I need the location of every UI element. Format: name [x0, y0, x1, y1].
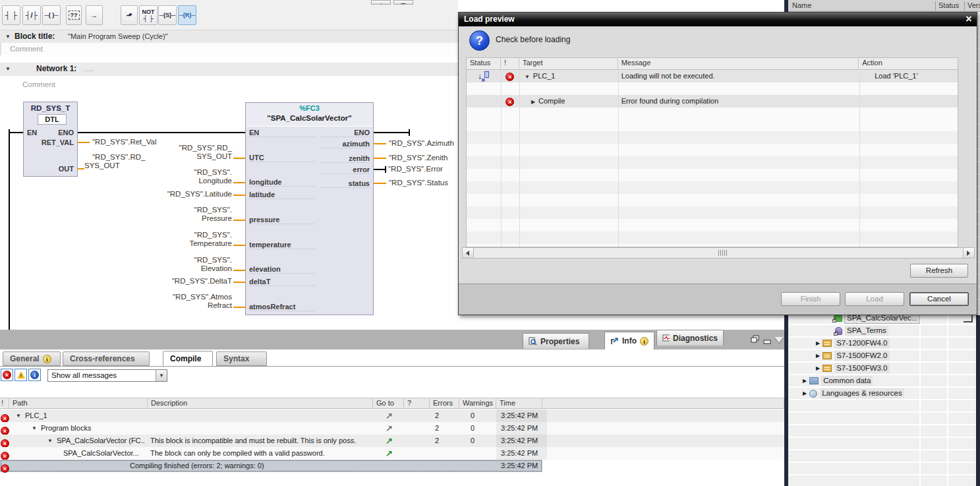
compile-row-program-blocks[interactable]: × ▼ Program blocks ↗ 2 0 3:25:42 PM [0, 422, 784, 435]
compile-row-finished[interactable]: × Compiling finished (errors: 2; warning… [0, 460, 784, 472]
pin-elevation[interactable]: elevation [249, 265, 315, 274]
network-comment-placeholder[interactable]: Comment [22, 80, 55, 88]
col-alert[interactable]: ! [0, 398, 9, 408]
col-name[interactable]: Name [792, 0, 811, 11]
compile-row-block-error[interactable]: × ▼ SPA_CalcSolarVector (FC.. This block… [0, 435, 784, 447]
network-header[interactable]: ▼ Network 1: ..... [0, 63, 458, 76]
col-action[interactable]: Action [859, 58, 958, 69]
operand-atmosrefract[interactable]: "RD_SYS".Atmos Refract [146, 293, 232, 310]
collapse-icon[interactable]: ▼ [5, 63, 11, 75]
filter-info-button[interactable]: i [28, 369, 41, 381]
subtab-cross-references[interactable]: Cross-references [63, 351, 150, 366]
expand-icon[interactable]: ▼ [32, 422, 37, 435]
tree-item-languages-resources[interactable]: ▶ Languages & resources [803, 388, 904, 399]
pin-status[interactable]: status [320, 179, 370, 188]
expand-icon[interactable]: ▼ [47, 435, 53, 447]
pin-atmosrefract[interactable]: atmosRefract [249, 303, 315, 311]
scrollbar-grip[interactable] [718, 250, 728, 256]
collapse-icon[interactable]: ▼ [5, 30, 11, 43]
subtab-syntax[interactable]: Syntax [216, 351, 267, 366]
expand-icon[interactable]: ▶ [816, 340, 820, 346]
pin-ret-val[interactable]: RET_VAL [42, 138, 74, 146]
pin-longitude[interactable]: longitude [249, 178, 315, 187]
col-question[interactable]: ? [404, 398, 430, 408]
operand-pressure[interactable]: "RD_SYS". Pressure [146, 206, 232, 223]
dropdown-arrow-icon[interactable]: ▾ [156, 370, 167, 381]
goto-arrow-icon[interactable]: ↗ [386, 410, 393, 422]
col-version[interactable]: Versi [967, 0, 980, 11]
operand-temperature[interactable]: "RD_SYS". Temperature [146, 231, 232, 248]
dialog-resize-grip[interactable] [964, 315, 973, 322]
pin-pressure[interactable]: pressure [249, 216, 315, 224]
refresh-button[interactable]: Refresh [910, 264, 968, 278]
operand-latitude[interactable]: "RD_SYS".Latitude [146, 190, 232, 198]
operand-out[interactable]: "RD_SYS".RD_ SYS_OUT [84, 153, 145, 170]
col-description[interactable]: Description [148, 398, 373, 408]
goto-arrow-icon[interactable]: ↗ [386, 447, 393, 460]
operand-error[interactable]: "RD_SYS".Error [388, 165, 443, 173]
pin-en[interactable]: EN [249, 129, 315, 137]
tree-item-s7-1500fw20[interactable]: ▶ S7-1500FW2.0 [816, 350, 890, 361]
goto-arrow-icon[interactable]: ↗ [386, 422, 393, 435]
set-coil-icon[interactable]: ─(S)─ [158, 5, 177, 25]
pin-eno[interactable]: ENO [58, 129, 74, 137]
filter-warnings-button[interactable]: ! [14, 369, 27, 381]
scroll-left-icon[interactable] [463, 248, 474, 258]
pin-deltat[interactable]: deltaT [249, 278, 315, 286]
col-goto[interactable]: Go to [373, 398, 404, 408]
empty-box-icon[interactable]: ?? [66, 5, 82, 25]
collapse-pane-icon[interactable] [774, 337, 784, 343]
col-message[interactable]: Message [618, 58, 859, 69]
pin-azimuth[interactable]: azimuth [320, 140, 370, 148]
pin-temperature[interactable]: temperature [249, 241, 315, 249]
col-path[interactable]: Path [9, 398, 148, 408]
close-branch-icon[interactable]: ⬏ [121, 5, 138, 25]
contact-no-icon[interactable]: ┤ ├ [2, 5, 20, 25]
col-errors[interactable]: Errors [430, 398, 459, 408]
expand-icon[interactable]: ▶ [816, 365, 820, 371]
cancel-button[interactable]: Cancel [909, 292, 969, 306]
tab-info[interactable]: Info i [604, 332, 654, 349]
finish-button[interactable]: Finish [781, 292, 840, 306]
operand-longitude[interactable]: "RD_SYS". Longitude [146, 168, 232, 185]
tab-properties[interactable]: Properties [523, 333, 589, 349]
compile-row-plc[interactable]: × ▼ PLC_1 ↗ 2 0 3:25:42 PM [0, 410, 784, 422]
load-row-compile[interactable]: × ▶Compile Error found during compilatio… [467, 95, 958, 107]
block-title-bar[interactable]: ▼ Block title: "Main Program Sweep (Cycl… [0, 30, 458, 43]
scroll-up-button[interactable] [371, 0, 391, 5]
pin-utc[interactable]: UTC [249, 154, 315, 162]
dialog-titlebar[interactable]: Load preview × [459, 13, 977, 26]
col-status[interactable]: Status [938, 0, 959, 11]
operand-elevation[interactable]: "RD_SYS". Elevation [146, 256, 232, 273]
action-cell[interactable]: Load 'PLC_1' [859, 70, 958, 82]
expand-icon[interactable]: ▼ [16, 410, 21, 422]
operand-deltat[interactable]: "RD_SYS".DeltaT [146, 277, 232, 286]
block-title-value[interactable]: "Main Program Sweep (Cycle)" [68, 30, 167, 43]
close-icon[interactable]: × [962, 13, 975, 25]
pin-out[interactable]: OUT [59, 165, 74, 173]
not-contact-icon[interactable]: NOT ┤ ├ [139, 5, 158, 25]
scroll-right-icon[interactable] [963, 248, 974, 258]
subtab-compile[interactable]: Compile [163, 351, 213, 367]
tree-item-s7-1200fw40[interactable]: ▶ S7-1200FW4.0 [816, 338, 890, 349]
filter-errors-button[interactable]: × [1, 369, 13, 381]
block-type-dropdown[interactable]: DTL [38, 114, 67, 125]
pane-minimize-button[interactable] [763, 338, 771, 346]
operand-utc[interactable]: "RD_SYS".RD_ SYS_OUT [146, 144, 232, 161]
expand-icon[interactable]: ▶ [531, 99, 535, 105]
expand-icon[interactable]: ▶ [803, 390, 807, 396]
expand-icon[interactable]: ▶ [816, 353, 820, 359]
load-button[interactable]: Load [845, 292, 904, 306]
subtab-general[interactable]: General i [3, 351, 61, 366]
pin-latitude[interactable]: latitude [249, 191, 315, 199]
pane-float-button[interactable] [751, 335, 760, 345]
rd-sys-t-block[interactable]: RD_SYS_T DTL EN ENO RET_VAL OUT [23, 102, 78, 177]
tree-item-spa-terms[interactable]: SPA_Terms [835, 325, 888, 336]
operand-zenith[interactable]: "RD_SYS".Zenith [389, 154, 447, 162]
col-warnings[interactable]: Warnings [459, 398, 496, 408]
operand-azimuth[interactable]: "RD_SYS".Azimuth [389, 139, 454, 148]
pin-eno[interactable]: ENO [320, 129, 370, 137]
contact-nc-icon[interactable]: ┤/├ [22, 5, 41, 25]
pin-zenith[interactable]: zenith [320, 154, 370, 163]
spa-calcsolarvector-block[interactable]: %FC3 "SPA_CalcSolarVector" EN UTC longit… [245, 102, 374, 315]
